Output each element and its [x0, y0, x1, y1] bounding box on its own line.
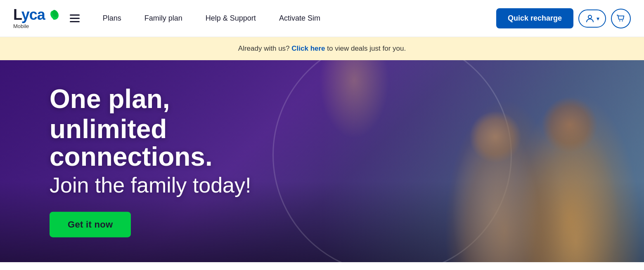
- cart-icon: [616, 14, 625, 23]
- quick-recharge-button[interactable]: Quick recharge: [496, 8, 573, 28]
- leaf-icon: [47, 9, 60, 21]
- cart-button[interactable]: [611, 9, 631, 28]
- hero-people-image: [334, 60, 644, 262]
- logo-text: Lyca: [13, 7, 45, 22]
- hamburger-menu-button[interactable]: [68, 13, 81, 24]
- nav-item-help-support[interactable]: Help & Support: [194, 14, 268, 23]
- hero-title-line1: One plan,: [50, 85, 318, 113]
- account-button[interactable]: ▾: [578, 9, 606, 28]
- get-it-now-button[interactable]: Get it now: [50, 211, 131, 237]
- header-right-actions: Quick recharge ▾: [496, 8, 631, 28]
- nav-item-family-plan[interactable]: Family plan: [133, 14, 194, 23]
- account-icon: [585, 14, 595, 23]
- svg-point-4: [622, 20, 623, 21]
- main-nav: Plans Family plan Help & Support Activat…: [91, 14, 496, 23]
- hero-subtitle: Join the family today!: [50, 173, 318, 197]
- hero-content: One plan, unlimited connections. Join th…: [50, 85, 318, 237]
- nav-item-plans[interactable]: Plans: [91, 14, 133, 23]
- promo-banner: Already with us? Click here to view deal…: [0, 37, 644, 60]
- promo-text-after: to view deals just for you.: [327, 45, 406, 52]
- svg-point-2: [588, 15, 592, 19]
- promo-text-before: Already with us?: [238, 45, 290, 52]
- svg-point-3: [619, 20, 620, 21]
- logo-link[interactable]: Lyca Mobile: [13, 7, 60, 29]
- site-header: Lyca Mobile Plans Family plan Help & Sup…: [0, 0, 644, 37]
- hamburger-line-2: [70, 18, 80, 19]
- promo-click-link[interactable]: Click here: [291, 45, 325, 52]
- hero-section: One plan, unlimited connections. Join th…: [0, 60, 644, 262]
- hero-title-line2: unlimited connections.: [50, 115, 318, 171]
- hamburger-line-1: [70, 14, 80, 16]
- hamburger-line-3: [70, 21, 80, 22]
- logo-subtitle: Mobile: [13, 23, 29, 29]
- logo-wordmark: Lyca Mobile: [13, 7, 60, 29]
- account-chevron-icon: ▾: [597, 15, 599, 22]
- nav-item-activate-sim[interactable]: Activate Sim: [268, 14, 332, 23]
